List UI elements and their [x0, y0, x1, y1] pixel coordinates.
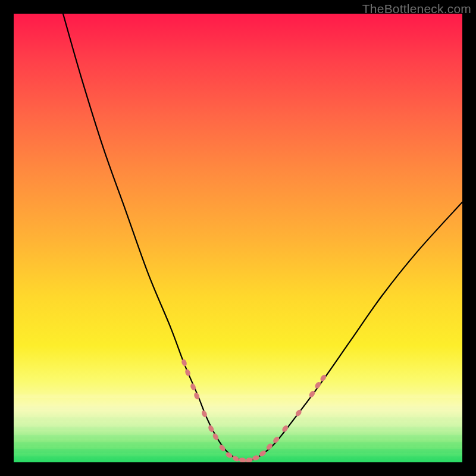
curve-bead	[245, 457, 253, 462]
watermark-text: TheBottleneck.com	[362, 2, 471, 16]
curve-bead	[239, 457, 246, 462]
curve-bead	[184, 368, 192, 377]
curve-bead	[181, 359, 188, 367]
plot-area	[14, 14, 462, 462]
chart-frame: TheBottleneck.com	[0, 0, 476, 476]
curve-bead	[225, 451, 233, 459]
bottleneck-curve	[63, 14, 462, 461]
curve-layer	[14, 14, 462, 462]
